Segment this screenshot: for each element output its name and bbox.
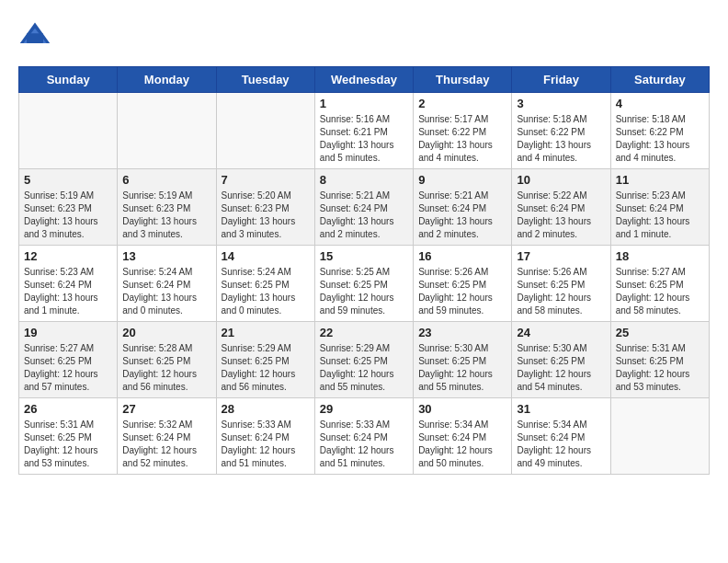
week-row-1: 1Sunrise: 5:16 AM Sunset: 6:21 PM Daylig… (19, 93, 710, 169)
day-info: Sunrise: 5:21 AM Sunset: 6:24 PM Dayligh… (418, 190, 506, 241)
weekday-header-wednesday: Wednesday (314, 67, 413, 93)
day-info: Sunrise: 5:19 AM Sunset: 6:23 PM Dayligh… (24, 190, 112, 241)
weekday-header-tuesday: Tuesday (216, 67, 314, 93)
weekday-header-thursday: Thursday (414, 67, 512, 93)
day-info: Sunrise: 5:30 AM Sunset: 6:25 PM Dayligh… (418, 342, 506, 394)
day-info: Sunrise: 5:20 AM Sunset: 6:23 PM Dayligh… (222, 190, 310, 241)
calendar-cell: 20Sunrise: 5:28 AM Sunset: 6:25 PM Dayli… (118, 322, 216, 398)
day-info: Sunrise: 5:33 AM Sunset: 6:24 PM Dayligh… (222, 419, 310, 470)
calendar-cell: 23Sunrise: 5:30 AM Sunset: 6:25 PM Dayli… (414, 322, 512, 398)
weekday-header-sunday: Sunday (19, 67, 118, 93)
calendar-cell: 8Sunrise: 5:21 AM Sunset: 6:24 PM Daylig… (314, 169, 413, 246)
day-info: Sunrise: 5:21 AM Sunset: 6:24 PM Dayligh… (320, 190, 408, 241)
calendar-cell: 4Sunrise: 5:18 AM Sunset: 6:22 PM Daylig… (610, 93, 709, 169)
week-row-3: 12Sunrise: 5:23 AM Sunset: 6:24 PM Dayli… (19, 246, 710, 322)
day-number: 29 (320, 402, 408, 416)
calendar-cell: 21Sunrise: 5:29 AM Sunset: 6:25 PM Dayli… (216, 322, 314, 398)
week-row-4: 19Sunrise: 5:27 AM Sunset: 6:25 PM Dayli… (19, 322, 710, 398)
day-info: Sunrise: 5:23 AM Sunset: 6:24 PM Dayligh… (616, 190, 704, 241)
day-info: Sunrise: 5:31 AM Sunset: 6:25 PM Dayligh… (616, 342, 704, 394)
day-info: Sunrise: 5:27 AM Sunset: 6:25 PM Dayligh… (616, 266, 704, 317)
day-number: 3 (517, 97, 605, 110)
day-info: Sunrise: 5:19 AM Sunset: 6:23 PM Dayligh… (122, 190, 210, 241)
day-info: Sunrise: 5:18 AM Sunset: 6:22 PM Dayligh… (517, 113, 605, 165)
calendar-cell: 15Sunrise: 5:25 AM Sunset: 6:25 PM Dayli… (314, 246, 413, 322)
calendar-cell (19, 93, 118, 169)
calendar-cell: 17Sunrise: 5:26 AM Sunset: 6:25 PM Dayli… (512, 246, 610, 322)
day-number: 23 (418, 326, 506, 339)
calendar-cell: 31Sunrise: 5:34 AM Sunset: 6:24 PM Dayli… (512, 398, 610, 475)
day-info: Sunrise: 5:18 AM Sunset: 6:22 PM Dayligh… (616, 113, 704, 165)
day-number: 11 (616, 173, 704, 187)
calendar-cell: 27Sunrise: 5:32 AM Sunset: 6:24 PM Dayli… (118, 398, 216, 475)
logo-icon (18, 18, 51, 52)
calendar-cell: 30Sunrise: 5:34 AM Sunset: 6:24 PM Dayli… (414, 398, 512, 475)
weekday-header-friday: Friday (512, 67, 610, 93)
calendar-cell: 9Sunrise: 5:21 AM Sunset: 6:24 PM Daylig… (414, 169, 512, 246)
day-number: 31 (517, 402, 605, 416)
calendar-cell: 10Sunrise: 5:22 AM Sunset: 6:24 PM Dayli… (512, 169, 610, 246)
day-info: Sunrise: 5:27 AM Sunset: 6:25 PM Dayligh… (24, 342, 112, 394)
calendar-cell: 12Sunrise: 5:23 AM Sunset: 6:24 PM Dayli… (19, 246, 118, 322)
calendar-cell: 6Sunrise: 5:19 AM Sunset: 6:23 PM Daylig… (118, 169, 216, 246)
day-number: 27 (122, 402, 210, 416)
day-number: 22 (320, 326, 408, 339)
day-number: 6 (122, 173, 210, 187)
calendar-cell: 11Sunrise: 5:23 AM Sunset: 6:24 PM Dayli… (610, 169, 709, 246)
day-number: 9 (418, 173, 506, 187)
calendar-cell: 7Sunrise: 5:20 AM Sunset: 6:23 PM Daylig… (216, 169, 314, 246)
day-info: Sunrise: 5:30 AM Sunset: 6:25 PM Dayligh… (517, 342, 605, 394)
weekday-header-row: SundayMondayTuesdayWednesdayThursdayFrid… (19, 67, 710, 93)
day-info: Sunrise: 5:29 AM Sunset: 6:25 PM Dayligh… (222, 342, 310, 394)
day-number: 7 (222, 173, 310, 187)
day-info: Sunrise: 5:34 AM Sunset: 6:24 PM Dayligh… (418, 419, 506, 470)
day-number: 25 (616, 326, 704, 339)
logo (18, 18, 55, 52)
calendar-cell: 14Sunrise: 5:24 AM Sunset: 6:25 PM Dayli… (216, 246, 314, 322)
calendar-cell: 24Sunrise: 5:30 AM Sunset: 6:25 PM Dayli… (512, 322, 610, 398)
calendar-cell: 16Sunrise: 5:26 AM Sunset: 6:25 PM Dayli… (414, 246, 512, 322)
day-number: 21 (222, 326, 310, 339)
week-row-5: 26Sunrise: 5:31 AM Sunset: 6:25 PM Dayli… (19, 398, 710, 475)
weekday-header-saturday: Saturday (610, 67, 709, 93)
calendar-cell (216, 93, 314, 169)
day-info: Sunrise: 5:26 AM Sunset: 6:25 PM Dayligh… (517, 266, 605, 317)
day-info: Sunrise: 5:17 AM Sunset: 6:22 PM Dayligh… (418, 113, 506, 165)
calendar-cell: 22Sunrise: 5:29 AM Sunset: 6:25 PM Dayli… (314, 322, 413, 398)
day-info: Sunrise: 5:34 AM Sunset: 6:24 PM Dayligh… (517, 419, 605, 470)
calendar-cell: 29Sunrise: 5:33 AM Sunset: 6:24 PM Dayli… (314, 398, 413, 475)
calendar-cell: 13Sunrise: 5:24 AM Sunset: 6:24 PM Dayli… (118, 246, 216, 322)
day-info: Sunrise: 5:31 AM Sunset: 6:25 PM Dayligh… (24, 419, 112, 470)
day-info: Sunrise: 5:16 AM Sunset: 6:21 PM Dayligh… (320, 113, 408, 165)
day-number: 24 (517, 326, 605, 339)
day-number: 30 (418, 402, 506, 416)
day-number: 10 (517, 173, 605, 187)
day-info: Sunrise: 5:23 AM Sunset: 6:24 PM Dayligh… (24, 266, 112, 317)
day-info: Sunrise: 5:29 AM Sunset: 6:25 PM Dayligh… (320, 342, 408, 394)
weekday-header-monday: Monday (118, 67, 216, 93)
svg-rect-2 (27, 33, 43, 43)
day-number: 4 (616, 97, 704, 110)
page-header (18, 18, 710, 52)
day-number: 16 (418, 249, 506, 263)
day-number: 26 (24, 402, 112, 416)
calendar-cell: 5Sunrise: 5:19 AM Sunset: 6:23 PM Daylig… (19, 169, 118, 246)
day-number: 19 (24, 326, 112, 339)
day-info: Sunrise: 5:24 AM Sunset: 6:25 PM Dayligh… (222, 266, 310, 317)
day-info: Sunrise: 5:33 AM Sunset: 6:24 PM Dayligh… (320, 419, 408, 470)
day-number: 14 (222, 249, 310, 263)
day-number: 2 (418, 97, 506, 110)
day-number: 5 (24, 173, 112, 187)
calendar-cell: 28Sunrise: 5:33 AM Sunset: 6:24 PM Dayli… (216, 398, 314, 475)
week-row-2: 5Sunrise: 5:19 AM Sunset: 6:23 PM Daylig… (19, 169, 710, 246)
day-info: Sunrise: 5:24 AM Sunset: 6:24 PM Dayligh… (122, 266, 210, 317)
day-number: 20 (122, 326, 210, 339)
day-number: 15 (320, 249, 408, 263)
day-number: 13 (122, 249, 210, 263)
day-info: Sunrise: 5:32 AM Sunset: 6:24 PM Dayligh… (122, 419, 210, 470)
calendar-cell (610, 398, 709, 475)
day-number: 12 (24, 249, 112, 263)
calendar-table: SundayMondayTuesdayWednesdayThursdayFrid… (18, 66, 710, 475)
calendar-cell: 18Sunrise: 5:27 AM Sunset: 6:25 PM Dayli… (610, 246, 709, 322)
day-info: Sunrise: 5:26 AM Sunset: 6:25 PM Dayligh… (418, 266, 506, 317)
